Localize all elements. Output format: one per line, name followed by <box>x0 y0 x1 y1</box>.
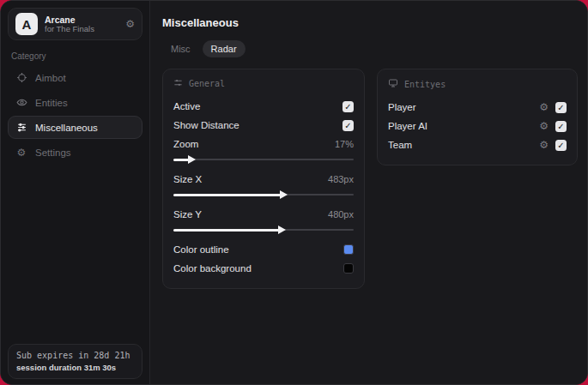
player-ai-checkbox[interactable]: ✓ <box>555 121 567 132</box>
team-checkbox[interactable]: ✓ <box>555 140 567 151</box>
app-window: A Arcane for The Finals ⚙ Category Aimbo… <box>0 0 588 385</box>
entity-row-player: Player ⚙ ✓ <box>388 98 567 117</box>
size-y-slider[interactable] <box>173 226 354 233</box>
sidebar-item-label: Miscellaneous <box>35 123 98 133</box>
sub-expiry-text: Sub expires in 28d 21h <box>16 351 134 360</box>
gear-icon[interactable]: ⚙ <box>125 18 135 30</box>
toggle-row-show-distance: Show Distance ✓ <box>173 116 354 135</box>
session-duration-text: session duration 31m 30s <box>16 363 134 372</box>
check-icon: ✓ <box>344 102 351 111</box>
sidebar-item-miscellaneous[interactable]: Miscellaneous <box>8 116 142 139</box>
subscription-card: Sub expires in 28d 21h session duration … <box>8 344 142 379</box>
row-label: Size Y <box>173 209 202 220</box>
slider-fill <box>173 229 280 232</box>
color-outline-swatch[interactable] <box>343 244 354 255</box>
panel-title: General <box>189 79 225 88</box>
brand-subtitle: for The Finals <box>45 25 118 34</box>
check-icon: ✓ <box>557 103 564 112</box>
sliders-icon <box>173 78 183 89</box>
brand-title: Arcane <box>45 15 118 25</box>
check-icon: ✓ <box>557 122 564 131</box>
sidebar: A Arcane for The Finals ⚙ Category Aimbo… <box>1 1 150 384</box>
size-x-slider[interactable] <box>173 191 354 198</box>
general-panel: General Active ✓ Show Distance ✓ Zoom <box>162 69 365 289</box>
panels-row: General Active ✓ Show Distance ✓ Zoom <box>162 69 578 289</box>
general-panel-header: General <box>173 78 354 89</box>
slider-fill <box>173 194 282 196</box>
slider-row-size-x: Size X 483px <box>173 170 354 189</box>
show-distance-checkbox[interactable]: ✓ <box>342 120 354 131</box>
slider-row-zoom: Zoom 17% <box>173 135 354 153</box>
app-logo: A <box>15 13 38 35</box>
slider-thumb[interactable] <box>278 226 286 234</box>
row-label: Color background <box>173 263 252 274</box>
size-y-value: 480px <box>328 209 354 220</box>
slider-row-size-y: Size Y 480px <box>173 205 354 224</box>
entities-panel: Entityes Player ⚙ ✓ Player AI ⚙ <box>377 69 578 165</box>
eye-icon <box>15 97 27 108</box>
active-checkbox[interactable]: ✓ <box>342 101 354 112</box>
color-row-background: Color background <box>173 259 354 278</box>
slider-thumb[interactable] <box>280 190 288 199</box>
slider-thumb[interactable] <box>188 155 196 164</box>
color-background-swatch[interactable] <box>343 263 354 274</box>
zoom-slider[interactable] <box>173 156 354 163</box>
color-row-outline: Color outline <box>173 240 354 259</box>
sidebar-item-label: Entities <box>35 98 68 108</box>
page-title: Miscellaneous <box>162 16 578 29</box>
row-label: Size X <box>173 174 202 184</box>
main-content: Miscellaneous Misc Radar General <box>150 1 588 384</box>
row-label: Color outline <box>173 244 229 255</box>
brand-text: Arcane for The Finals <box>45 15 118 34</box>
panel-title: Entityes <box>404 80 446 89</box>
crosshair-icon <box>15 72 27 83</box>
entities-panel-header: Entityes <box>388 78 567 90</box>
row-label: Active <box>173 101 200 111</box>
entity-row-player-ai: Player AI ⚙ ✓ <box>388 117 567 135</box>
sliders-icon <box>15 122 27 133</box>
sidebar-nav: Aimbot Entities <box>8 66 142 164</box>
monitor-icon <box>388 78 398 90</box>
tab-radar[interactable]: Radar <box>203 40 246 57</box>
tab-bar: Misc Radar <box>162 40 578 57</box>
slider-track <box>173 159 354 160</box>
sidebar-item-entities[interactable]: Entities <box>8 91 142 114</box>
player-checkbox[interactable]: ✓ <box>555 102 567 113</box>
row-label: Player <box>388 102 416 112</box>
sidebar-item-label: Settings <box>35 147 71 158</box>
row-label: Show Distance <box>173 120 239 130</box>
toggle-row-active: Active ✓ <box>173 97 354 116</box>
row-label: Player AI <box>388 121 427 131</box>
gear-icon[interactable]: ⚙ <box>539 120 549 132</box>
zoom-value: 17% <box>335 139 354 149</box>
entity-row-team: Team ⚙ ✓ <box>388 135 567 154</box>
check-icon: ✓ <box>557 141 564 150</box>
row-label: Team <box>388 140 412 150</box>
category-label: Category <box>11 51 142 61</box>
sidebar-item-settings[interactable]: ⚙ Settings <box>8 141 142 164</box>
row-label: Zoom <box>173 139 198 149</box>
tab-misc[interactable]: Misc <box>162 40 199 57</box>
size-x-value: 483px <box>328 174 354 184</box>
gear-icon[interactable]: ⚙ <box>539 139 549 151</box>
gear-icon: ⚙ <box>15 147 27 159</box>
brand-card: A Arcane for The Finals ⚙ <box>8 8 142 40</box>
check-icon: ✓ <box>344 121 351 130</box>
sidebar-item-aimbot[interactable]: Aimbot <box>8 66 142 89</box>
gear-icon[interactable]: ⚙ <box>539 101 549 113</box>
sidebar-item-label: Aimbot <box>35 73 66 83</box>
